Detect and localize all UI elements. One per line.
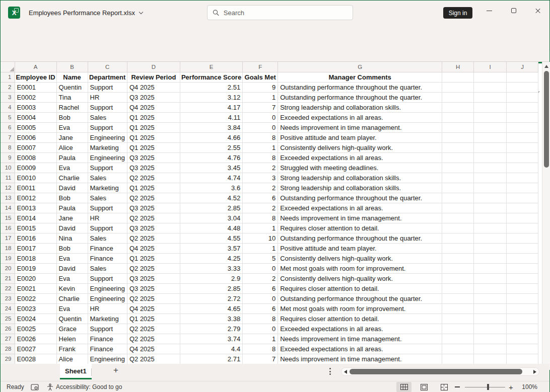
cell-D10[interactable]: Q3 2025 bbox=[127, 163, 180, 173]
row-header-3[interactable]: 3 bbox=[1, 92, 15, 102]
cell-I26[interactable] bbox=[474, 324, 507, 334]
cell-B19[interactable]: Eva bbox=[56, 253, 88, 263]
cell-I14[interactable] bbox=[474, 203, 507, 213]
cell-A19[interactable]: E0018 bbox=[15, 253, 56, 263]
cell-J16[interactable] bbox=[507, 223, 538, 233]
cell-D15[interactable]: Q2 2025 bbox=[127, 213, 180, 223]
row-header-18[interactable]: 18 bbox=[1, 243, 15, 253]
zoom-slider-track[interactable] bbox=[465, 387, 505, 387]
cell-F25[interactable]: 8 bbox=[243, 313, 278, 324]
cell-B13[interactable]: Bob bbox=[56, 193, 88, 203]
zoom-out-button[interactable] bbox=[455, 386, 460, 387]
zoom-level[interactable]: 100% bbox=[519, 381, 537, 392]
minimize-button[interactable] bbox=[477, 1, 501, 21]
cell-B27[interactable]: Helen bbox=[56, 334, 88, 344]
cell-I22[interactable] bbox=[474, 283, 507, 293]
row-header-19[interactable]: 19 bbox=[1, 253, 15, 263]
cell-H9[interactable] bbox=[442, 152, 474, 163]
cell-H13[interactable] bbox=[442, 193, 474, 203]
cell-F14[interactable]: 2 bbox=[243, 203, 278, 213]
cell-G28[interactable]: Exceeded expectations in all areas. bbox=[278, 344, 442, 354]
cell-F5[interactable]: 0 bbox=[243, 112, 278, 122]
cell-D9[interactable]: Q3 2025 bbox=[127, 152, 180, 163]
cell-A23[interactable]: E0022 bbox=[15, 293, 56, 303]
cell-B14[interactable]: Paula bbox=[56, 203, 88, 213]
cell-I1[interactable] bbox=[474, 72, 507, 82]
search-input[interactable] bbox=[224, 9, 348, 17]
cell-I9[interactable] bbox=[474, 152, 507, 163]
cell-I15[interactable] bbox=[474, 213, 507, 223]
cell-G26[interactable]: Exceeded expectations in all areas. bbox=[278, 324, 442, 334]
cell-H19[interactable] bbox=[442, 253, 474, 263]
cell-I27[interactable] bbox=[474, 334, 507, 344]
cell-G7[interactable]: Positive attitude and team player. bbox=[278, 132, 442, 142]
row-header-17[interactable]: 17 bbox=[1, 233, 15, 243]
cell-G29[interactable]: Needs improvement in time management. bbox=[278, 354, 442, 364]
cell-A17[interactable]: E0016 bbox=[15, 233, 56, 243]
column-header-E[interactable]: E bbox=[180, 62, 242, 72]
row-header-1[interactable]: 1 bbox=[1, 72, 15, 82]
cell-J24[interactable] bbox=[507, 303, 538, 313]
cell-I11[interactable] bbox=[474, 173, 507, 183]
row-header-26[interactable]: 26 bbox=[1, 324, 15, 334]
view-page-break-button[interactable] bbox=[437, 382, 452, 392]
cell-A6[interactable]: E0005 bbox=[15, 122, 56, 132]
zoom-slider-handle[interactable] bbox=[487, 384, 489, 390]
cell-A15[interactable]: E0014 bbox=[15, 213, 56, 223]
cell-J29[interactable] bbox=[507, 354, 538, 364]
cell-H24[interactable] bbox=[442, 303, 474, 313]
cell-I2[interactable] bbox=[474, 82, 507, 92]
row-header-7[interactable]: 7 bbox=[1, 132, 15, 142]
sign-in-button[interactable]: Sign in bbox=[443, 7, 472, 19]
cell-D4[interactable]: Q4 2025 bbox=[127, 102, 180, 112]
cell-A16[interactable]: E0015 bbox=[15, 223, 56, 233]
cell-D11[interactable]: Q2 2025 bbox=[127, 173, 180, 183]
row-header-6[interactable]: 6 bbox=[1, 122, 15, 132]
cell-H1[interactable] bbox=[442, 72, 474, 82]
cell-H27[interactable] bbox=[442, 334, 474, 344]
cell-F27[interactable]: 1 bbox=[243, 334, 278, 344]
column-header-A[interactable]: A bbox=[15, 62, 56, 72]
cell-B16[interactable]: David bbox=[56, 223, 88, 233]
cell-J10[interactable] bbox=[507, 163, 538, 173]
cell-E12[interactable]: 3.6 bbox=[180, 183, 242, 193]
cell-B22[interactable]: Kevin bbox=[56, 283, 88, 293]
cell-H29[interactable] bbox=[442, 354, 474, 364]
add-sheet-button[interactable]: + bbox=[110, 365, 121, 376]
scrollbar-resize-handle[interactable] bbox=[329, 368, 331, 375]
row-header-9[interactable]: 9 bbox=[1, 152, 15, 163]
cell-B8[interactable]: Alice bbox=[56, 142, 88, 152]
cell-J6[interactable] bbox=[507, 122, 538, 132]
cell-E27[interactable]: 3.74 bbox=[180, 334, 242, 344]
column-header-F[interactable]: F bbox=[243, 62, 278, 72]
cell-F29[interactable]: 7 bbox=[243, 354, 278, 364]
cell-J14[interactable] bbox=[507, 203, 538, 213]
cell-G15[interactable]: Needs improvement in time management. bbox=[278, 213, 442, 223]
row-header-16[interactable]: 16 bbox=[1, 223, 15, 233]
cell-F10[interactable]: 2 bbox=[243, 163, 278, 173]
macro-record-icon[interactable] bbox=[31, 381, 39, 392]
cell-H20[interactable] bbox=[442, 263, 474, 273]
cell-G27[interactable]: Needs improvement in time management. bbox=[278, 334, 442, 344]
cell-F1[interactable]: Goals Met bbox=[243, 72, 278, 82]
cell-E22[interactable]: 2.85 bbox=[180, 283, 242, 293]
cell-J28[interactable] bbox=[507, 344, 538, 354]
cell-J26[interactable] bbox=[507, 324, 538, 334]
cell-E18[interactable]: 3.57 bbox=[180, 243, 242, 253]
cell-B21[interactable]: Eva bbox=[56, 273, 88, 283]
cell-I5[interactable] bbox=[474, 112, 507, 122]
cell-J17[interactable] bbox=[507, 233, 538, 243]
cell-D23[interactable]: Q2 2025 bbox=[127, 293, 180, 303]
cell-D8[interactable]: Q1 2025 bbox=[127, 142, 180, 152]
cell-A14[interactable]: E0013 bbox=[15, 203, 56, 213]
cell-H17[interactable] bbox=[442, 233, 474, 243]
row-header-13[interactable]: 13 bbox=[1, 193, 15, 203]
row-header-21[interactable]: 21 bbox=[1, 273, 15, 283]
cell-G12[interactable]: Strong leadership and collaboration skil… bbox=[278, 183, 442, 193]
cell-G24[interactable]: Met most goals with room for improvement… bbox=[278, 303, 442, 313]
sheet-tab-sheet1[interactable]: Sheet1 bbox=[60, 364, 92, 379]
close-button[interactable] bbox=[526, 1, 549, 21]
cell-B11[interactable]: Charlie bbox=[56, 173, 88, 183]
cell-E11[interactable]: 4.74 bbox=[180, 173, 242, 183]
search-box[interactable] bbox=[207, 5, 353, 20]
